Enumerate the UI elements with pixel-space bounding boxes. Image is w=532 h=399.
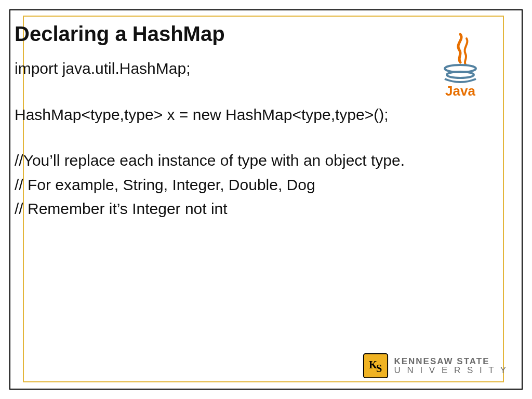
comment-line-1: //You’ll replace each instance of type w… <box>15 150 517 171</box>
ksu-logo: K S KENNESAW STATE U N I V E R S I T Y <box>342 351 508 380</box>
ksu-shield-icon: K S <box>363 353 389 379</box>
ksu-wordmark-line2: U N I V E R S I T Y <box>394 366 508 375</box>
svg-point-1 <box>447 72 474 78</box>
slide-content: Java Declaring a HashMap import java.uti… <box>15 11 517 388</box>
ksu-wordmark-line1: KENNESAW STATE <box>394 357 508 366</box>
svg-text:S: S <box>376 363 382 374</box>
code-line-2: HashMap<type,type> x = new HashMap<type,… <box>15 104 517 126</box>
ksu-wordmark: KENNESAW STATE U N I V E R S I T Y <box>394 357 508 375</box>
java-wordmark: Java <box>445 83 475 99</box>
comment-line-2: // For example, String, Integer, Double,… <box>15 175 517 196</box>
java-logo-icon: Java <box>434 32 486 100</box>
comment-line-3: // Remember it’s Integer not int <box>15 198 517 220</box>
